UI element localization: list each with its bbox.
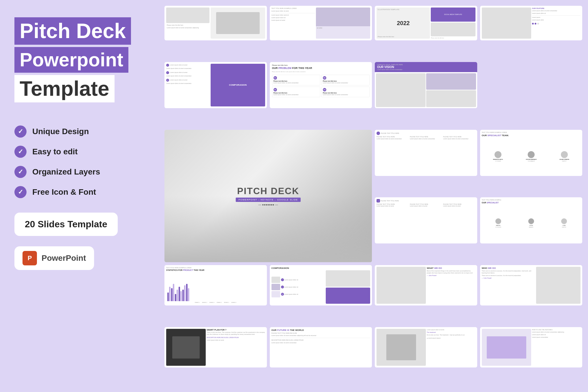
feature-label-4: Free Icon & Font xyxy=(32,187,96,197)
our-feature-label: OUR FEATURE xyxy=(532,7,580,9)
our-future-title: OUR FUTURE IS THE WORLD xyxy=(271,329,370,332)
title-line3: Template xyxy=(14,75,115,102)
feature-item-4: Free Icon & Font xyxy=(14,186,147,198)
slide-r1c1-text: Please enter the title here xyxy=(167,24,209,26)
vision-3col: PLEASE TEXT TITLE HERE Lorem ipsum dolor… xyxy=(377,203,475,207)
year-display: 2022 xyxy=(397,20,410,27)
slide-statistics[interactable]: TEXT TITLE HERE EXAMPLE LOREM STATISTICS… xyxy=(164,265,267,305)
team-member-1: BRANDON SAYOL CO-FOUNDER xyxy=(493,151,503,162)
feature-label-2: Easy to edit xyxy=(32,147,78,156)
check-icon-1 xyxy=(14,125,27,138)
problem-cell-2: 02 Please text title here Lorem ipsum do… xyxy=(321,75,370,85)
slide-specialist-team[interactable]: TEXT TITLE HERE EXAMPLE LOREM OUR SPECIA… xyxy=(480,130,583,176)
slide-our-future[interactable]: OUR FUTURE IS THE WORLD PLEASE TEXT TITL… xyxy=(270,327,372,367)
what-we-do-title: WHAT WE DO xyxy=(427,267,475,269)
slide-smart-plan[interactable]: SMART PLAN FOR ? There is only one boss.… xyxy=(164,327,267,367)
problem-cell-1: 01 Please text title here Lorem ipsum do… xyxy=(272,75,320,85)
who-we-do-title: WHO WE DO xyxy=(482,267,535,269)
slide-vision-lower[interactable]: ○ PLEASE THAT TITLE HERE PLEASE TEXT TIT… xyxy=(375,197,477,243)
check-icon-4 xyxy=(14,186,27,198)
title-line2: Powerpoint xyxy=(14,47,128,73)
progress-dots xyxy=(532,23,580,25)
team-member-3: JULIAN LIENMON 3D ARTIST xyxy=(559,151,569,162)
team-member-lower-3: JULIAN 3D ARTIST xyxy=(561,218,567,228)
pitch-main-subtitle: POWERPOINT – KEYNOTE – GOOGLE SLIDE xyxy=(236,198,301,202)
slide-tech-specs[interactable]: TEXT TITLE HERE EXAMPLE LOREM Lorem ipsu… xyxy=(270,6,372,40)
title-block: Pitch Deck Powerpoint Template xyxy=(14,17,147,102)
feature-3col: PLEASE TEXT TITLE HERE Lorem ipsum dolor… xyxy=(377,136,475,140)
slide-tech-person[interactable]: Lorem ipsum dolor sit amet The treatment… xyxy=(375,327,477,367)
problem-cell-4: 04 Please text title here Lorem ipsum do… xyxy=(321,87,370,97)
feature-label-1: Unique Design xyxy=(32,127,89,136)
check-icon-3 xyxy=(14,166,27,178)
slide-who-we-do[interactable]: WHO WE DO There are no secrets to succes… xyxy=(480,265,583,305)
problem-cell-3: 03 Please text title here Lorem ipsum do… xyxy=(272,87,320,97)
comparison-label: COMPORASION xyxy=(229,84,247,86)
vision-title: OUR VISION xyxy=(377,65,475,69)
feature-item-1: Unique Design xyxy=(14,125,147,138)
our-problem-title: OUR PROBLEM FOR THIS YEAR xyxy=(272,67,370,70)
slides-badge: 20 Slides Template xyxy=(14,213,118,236)
slide-specialist-lower[interactable]: TEXT TITLE HERE EXAMPLE OUR SPECIALIST B… xyxy=(480,197,583,243)
powerpoint-badge: P PowerPoint xyxy=(14,246,94,270)
problem-grid: 01 Please text title here Lorem ipsum do… xyxy=(272,75,370,97)
features-list: Unique Design Easy to edit Organized Lay… xyxy=(14,125,147,198)
slide-our-problem[interactable]: Please text title here OUR PROBLEM FOR T… xyxy=(270,62,372,108)
statistics-title: STATISTICS FOR PRODUCT THIS YEAR xyxy=(166,269,265,271)
slide-2022[interactable]: ILLUSTRATION TEMPLATE 2022 Please enter … xyxy=(375,6,477,40)
comparison2-label: COMPORASION xyxy=(271,267,370,269)
slide-what-we-do[interactable]: WHAT WE DO Most of the important things … xyxy=(375,265,477,305)
team-member-2: STEVEN BARRADO YOUR MANAGER xyxy=(526,151,537,162)
feature-label-3: Organized Layers xyxy=(32,167,100,177)
slides-grid: Please enter the title here Lorem ipsum … xyxy=(162,0,588,392)
left-panel: Pitch Deck Powerpoint Template Unique De… xyxy=(0,0,162,392)
specialist-lower-title: OUR SPECIALIST xyxy=(482,202,581,204)
check-icon-2 xyxy=(14,146,27,158)
slide-our-vision[interactable]: COMPLETE VISUAL TEMPLATE HERE OUR VISION… xyxy=(375,62,477,108)
title-line1: Pitch Deck xyxy=(14,17,131,45)
slide-r1c2-text3: Lorem ipsum dolor amet sit xyxy=(271,14,315,16)
slide-comparison2[interactable]: COMPORASION ✓ Lorem ipsum dolor sit ✓ xyxy=(270,265,372,305)
feature-item-2: Easy to edit xyxy=(14,146,147,158)
problem-please-text: Please text title here xyxy=(272,64,370,66)
slide-laptop-2[interactable]: HOW TO USE THE FEATURES Lorem ipsum dolo… xyxy=(480,327,583,367)
pitch-main-title: PITCH DECK xyxy=(236,186,301,196)
slide-2022-subtext: Please enter the title here xyxy=(378,36,429,37)
slide-r1c2-text1: TEXT TITLE HERE EXAMPLE LOREM xyxy=(271,7,315,10)
slide-comparison[interactable]: ✓ Lorem ipsum dolor sit amet Lorem ipsum… xyxy=(164,62,267,108)
feature-item-3: Organized Layers xyxy=(14,166,147,178)
vision-header: COMPLETE VISUAL TEMPLATE HERE OUR VISION… xyxy=(375,62,477,72)
slide-r1c1-subtext: Lorem ipsum dolor sit amet consectetur a… xyxy=(167,27,209,29)
specialist-title: OUR SPECIALIST TEAM. xyxy=(482,134,581,137)
slide-pitch-main[interactable]: PITCH DECK POWERPOINT – KEYNOTE – GOOGLE… xyxy=(164,130,372,262)
slide-r1c2-text2: Lorem ipsum dolor sit amet xyxy=(271,10,315,12)
slide-laptop[interactable]: Please enter the title here Lorem ipsum … xyxy=(164,6,267,40)
slides-badge-text: 20 Slides Template xyxy=(25,219,107,229)
slide-feature-boxes[interactable]: ○ PLEASE THAT TITLE HERE PLEASE TEXT TIT… xyxy=(375,130,477,176)
slide-our-feature[interactable]: OUR FEATURE Lorem ipsum dolor sit amet c… xyxy=(480,6,583,40)
powerpoint-label: PowerPoint xyxy=(42,254,86,263)
team-member-lower-1: BRANDON CO-FOUNDER xyxy=(495,218,501,228)
team-member-lower-2: STEVEN MANAGER xyxy=(528,218,534,228)
powerpoint-icon: P xyxy=(23,251,37,265)
smart-plan-title: SMART PLAN FOR ? xyxy=(207,329,265,331)
pitch-progress-dots: — ●●●●●●● — xyxy=(236,203,301,206)
